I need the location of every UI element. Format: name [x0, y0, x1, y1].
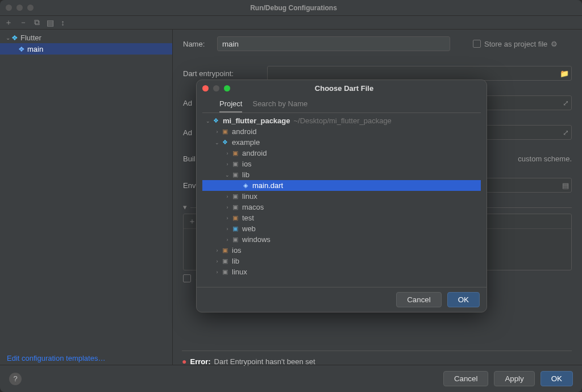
store-label: Store as project file [484, 40, 547, 48]
expand-icon[interactable]: ⤢ [563, 99, 569, 107]
chevron-down-icon: ⌄ [214, 140, 221, 145]
tree-folder-ex-test[interactable]: ›▣test [202, 212, 481, 223]
tree-folder-ex-linux[interactable]: ›▣linux [202, 191, 481, 202]
sidebar-item-label: main [27, 45, 43, 53]
remove-config-icon[interactable]: － [19, 18, 27, 28]
close-icon[interactable] [6, 5, 12, 11]
modal-ok-button[interactable]: OK [447, 292, 480, 307]
project-tree[interactable]: ⌄ ❖ mi_flutter_package ~/Desktop/mi_flut… [197, 113, 487, 287]
tree-folder-ex-lib[interactable]: ⌄▣lib [202, 169, 481, 180]
store-as-project-file[interactable]: Store as project file ⚙ [473, 40, 558, 48]
tab-search-by-name[interactable]: Search by Name [252, 99, 307, 112]
titlebar: Run/Debug Configurations [0, 0, 582, 16]
chevron-down-icon: ⌄ [5, 35, 11, 41]
chevron-right-icon: › [224, 226, 231, 232]
chevron-right-icon: › [224, 194, 231, 199]
tree-folder-linux[interactable]: ›▣linux [202, 266, 481, 277]
config-name-input[interactable] [217, 36, 450, 51]
help-button[interactable]: ? [9, 373, 22, 385]
checkbox-icon [473, 40, 481, 48]
tree-folder-ex-windows[interactable]: ›▣windows [202, 234, 481, 245]
folder-icon: ▣ [221, 247, 230, 254]
traffic-lights [6, 5, 34, 11]
folder-icon: ▣ [231, 160, 240, 168]
add-task-icon[interactable]: ＋ [188, 216, 196, 227]
tree-folder-example[interactable]: ⌄❖example [202, 137, 481, 148]
sidebar-item-main[interactable]: ❖ main [0, 43, 172, 55]
chevron-right-icon: › [224, 151, 231, 156]
chevron-right-icon: › [224, 161, 231, 167]
chevron-right-icon: › [214, 258, 221, 264]
sort-config-icon[interactable]: ↕ [61, 18, 65, 27]
choose-dart-file-dialog: Choose Dart File Project Search by Name … [196, 80, 487, 312]
gear-icon[interactable]: ⚙ [551, 40, 558, 48]
flutter-icon: ❖ [11, 34, 18, 42]
sidebar-root-label: Flutter [20, 34, 41, 42]
window-title: Run/Debug Configurations [34, 4, 554, 12]
zoom-icon[interactable] [224, 85, 230, 91]
folder-icon: ▣ [231, 193, 240, 200]
list-icon[interactable]: ▤ [562, 181, 569, 190]
modal-traffic-lights [202, 85, 230, 91]
chevron-right-icon: › [224, 237, 231, 243]
tree-folder-ex-macos[interactable]: ›▣macos [202, 202, 481, 212]
tree-folder-lib[interactable]: ›▣lib [202, 256, 481, 266]
name-row: Name: Store as project file ⚙ [183, 36, 572, 51]
apply-button[interactable]: Apply [494, 371, 534, 386]
modal-cancel-button[interactable]: Cancel [396, 292, 442, 307]
flutter-icon: ❖ [211, 117, 221, 124]
modal-title: Choose Dart File [230, 84, 458, 93]
tree-project-root[interactable]: ⌄ ❖ mi_flutter_package ~/Desktop/mi_flut… [202, 115, 481, 126]
minimize-icon[interactable] [16, 5, 23, 11]
dart-file-icon: ◈ [241, 182, 250, 189]
modal-footer: Cancel OK [197, 287, 487, 312]
tree-folder-ios[interactable]: ›▣ios [202, 245, 481, 256]
folder-icon: ▣ [231, 214, 240, 222]
add-config-icon[interactable]: ＋ [5, 18, 13, 28]
flutter-icon: ❖ [221, 139, 230, 146]
chevron-right-icon: › [214, 269, 221, 275]
folder-icon: ▣ [221, 268, 230, 276]
close-icon[interactable] [202, 85, 209, 91]
footer: ? Cancel Apply OK [0, 365, 582, 392]
project-name: mi_flutter_package [223, 116, 290, 125]
run-debug-window: Run/Debug Configurations ＋ － ⧉ ▤ ↕ ⌄ ❖ F… [0, 0, 582, 392]
ok-button[interactable]: OK [541, 371, 573, 386]
entrypoint-label: Dart entrypoint: [183, 69, 267, 78]
save-config-icon[interactable]: ▤ [47, 18, 54, 27]
folder-icon: ▣ [231, 149, 240, 157]
tab-project[interactable]: Project [219, 99, 242, 112]
tree-folder-ex-android[interactable]: ›▣android [202, 148, 481, 159]
tree-file-main-dart[interactable]: ◈main.dart [202, 180, 481, 191]
chevron-right-icon: › [224, 215, 231, 221]
zoom-icon[interactable] [27, 5, 34, 11]
folder-icon[interactable]: 📁 [560, 69, 569, 78]
folder-icon: ▣ [231, 171, 240, 178]
tree-folder-ex-web[interactable]: ›▣web [202, 223, 481, 234]
cancel-button[interactable]: Cancel [443, 371, 489, 386]
folder-icon: ▣ [231, 236, 240, 243]
flutter-icon: ❖ [18, 45, 25, 53]
checkbox-icon[interactable] [183, 274, 191, 282]
modal-tabs: Project Search by Name [202, 96, 481, 113]
sidebar: ⌄ ❖ Flutter ❖ main [0, 30, 173, 365]
tree-folder-ex-ios[interactable]: ›▣ios [202, 159, 481, 169]
tree-folder-android[interactable]: ›▣android [202, 126, 481, 137]
chevron-down-icon[interactable]: ▾ [183, 203, 190, 211]
copy-config-icon[interactable]: ⧉ [34, 18, 40, 27]
error-bar: ● Error: Dart Entrypoint hasn't been set [182, 351, 572, 366]
entrypoint-row: Dart entrypoint: 📁 [183, 66, 572, 81]
minimize-icon[interactable] [213, 85, 219, 91]
chevron-down-icon: ⌄ [205, 118, 211, 124]
chevron-right-icon: › [224, 205, 231, 210]
project-path: ~/Desktop/mi_flutter_package [294, 116, 392, 125]
chevron-right-icon: › [214, 248, 221, 253]
config-toolbar: ＋ － ⧉ ▤ ↕ [0, 16, 582, 30]
expand-icon[interactable]: ⤢ [563, 128, 569, 137]
entrypoint-input[interactable]: 📁 [267, 66, 572, 81]
edit-templates-link[interactable]: Edit configuration templates… [7, 354, 105, 362]
folder-icon: ▣ [221, 257, 230, 265]
sidebar-root-flutter[interactable]: ⌄ ❖ Flutter [0, 32, 172, 43]
chevron-right-icon: › [214, 129, 221, 135]
folder-icon: ▣ [231, 225, 240, 232]
